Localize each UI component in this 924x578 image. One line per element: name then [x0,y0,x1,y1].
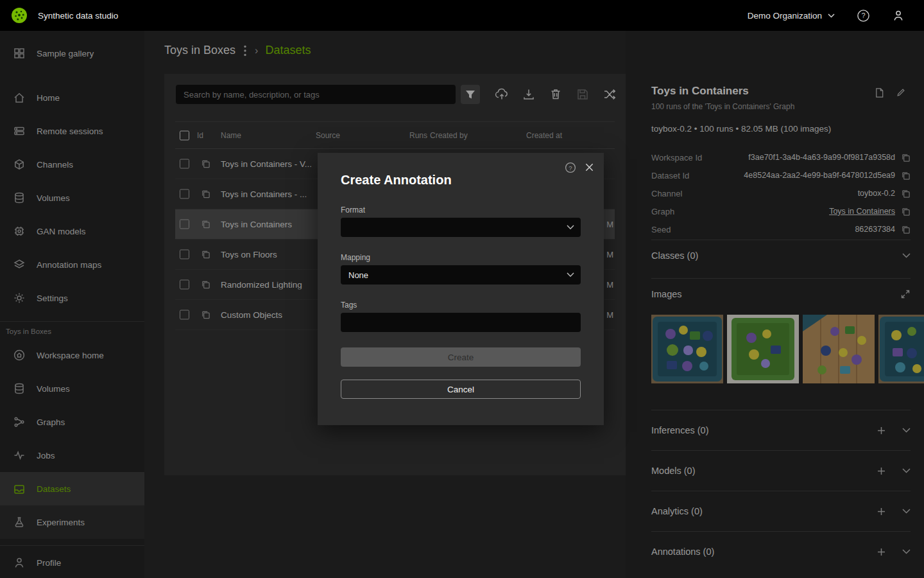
help-icon[interactable]: ? [565,162,576,173]
format-select[interactable] [341,218,581,237]
mapping-select[interactable]: None [341,265,581,285]
svg-text:?: ? [569,164,572,171]
tags-input[interactable] [341,313,581,332]
topbar: Synthetic data studio Demo Organization … [0,0,924,31]
app-logo-icon[interactable] [11,7,28,24]
org-name: Demo Organization [748,11,822,21]
org-switcher[interactable]: Demo Organization [748,11,835,21]
create-annotation-modal: ? Create Annotation Format Mapping None … [318,153,604,425]
modal-title: Create Annotation [341,173,452,188]
create-button[interactable]: Create [341,347,581,367]
chevron-down-icon [828,13,835,18]
help-icon[interactable]: ? [857,9,870,22]
chevron-down-icon [567,225,574,230]
format-label: Format [341,206,365,215]
tags-label: Tags [341,301,357,310]
user-profile-icon[interactable] [892,9,905,22]
mapping-label: Mapping [341,253,370,262]
close-icon[interactable] [585,162,594,172]
app-title: Synthetic data studio [38,11,118,21]
chevron-down-icon [567,272,574,277]
cancel-button[interactable]: Cancel [341,380,581,399]
mapping-value: None [348,270,368,280]
svg-text:?: ? [861,12,865,19]
